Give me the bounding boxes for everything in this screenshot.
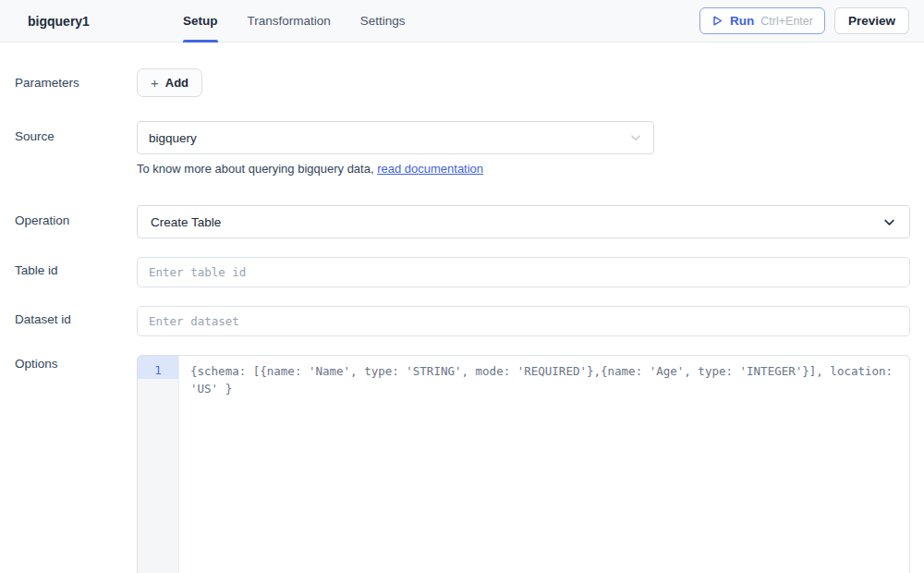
add-parameter-label: Add: [165, 76, 188, 90]
source-row: Source bigquery To know more about query…: [0, 121, 924, 176]
preview-button[interactable]: Preview: [834, 7, 909, 34]
parameters-row: Parameters + Add: [0, 68, 924, 97]
dataset-id-row: Dataset id: [0, 306, 924, 336]
tab-setup[interactable]: Setup: [183, 0, 218, 42]
source-select-value: bigquery: [149, 131, 629, 145]
dataset-id-label: Dataset id: [0, 306, 137, 326]
chevron-down-icon: [629, 131, 642, 144]
play-icon: [711, 15, 723, 27]
run-button-label: Run: [730, 14, 754, 28]
tab-transformation[interactable]: Transformation: [248, 0, 331, 42]
tab-bar: Setup Transformation Settings: [183, 0, 406, 42]
options-code-content[interactable]: {schema: [{name: 'Name', type: 'STRING',…: [179, 356, 909, 573]
table-id-label: Table id: [0, 257, 137, 277]
read-documentation-link[interactable]: read documentation: [377, 162, 483, 176]
source-help-text: To know more about querying bigquery dat…: [137, 162, 910, 176]
options-row: Options 1 {schema: [{name: 'Name', type:…: [0, 355, 924, 573]
operation-select-value: Create Table: [151, 215, 882, 229]
query-title[interactable]: bigquery1: [28, 14, 139, 29]
run-button[interactable]: Run Ctrl+Enter: [699, 7, 825, 34]
operation-label: Operation: [0, 205, 137, 227]
source-label: Source: [0, 121, 137, 143]
header-actions: Run Ctrl+Enter Preview: [699, 7, 909, 34]
table-id-row: Table id: [0, 257, 924, 287]
options-code-editor[interactable]: 1 {schema: [{name: 'Name', type: 'STRING…: [137, 355, 910, 573]
dataset-id-input[interactable]: [137, 306, 910, 336]
add-parameter-button[interactable]: + Add: [137, 68, 202, 97]
options-label: Options: [0, 355, 137, 371]
tab-settings[interactable]: Settings: [360, 0, 406, 42]
source-help-prefix: To know more about querying bigquery dat…: [137, 162, 377, 176]
source-select[interactable]: bigquery: [137, 121, 654, 154]
query-setup-form: Parameters + Add Source bigquery To know…: [0, 43, 924, 573]
parameters-label: Parameters: [0, 68, 137, 90]
table-id-input[interactable]: [137, 257, 910, 287]
plus-icon: +: [151, 76, 159, 90]
line-number-gutter: 1: [138, 356, 179, 573]
chevron-down-icon: [882, 215, 896, 229]
operation-select[interactable]: Create Table: [137, 205, 910, 238]
run-shortcut-hint: Ctrl+Enter: [760, 15, 813, 28]
operation-row: Operation Create Table: [0, 205, 924, 238]
query-editor-header: bigquery1 Setup Transformation Settings …: [0, 0, 924, 43]
line-number: 1: [138, 356, 178, 379]
